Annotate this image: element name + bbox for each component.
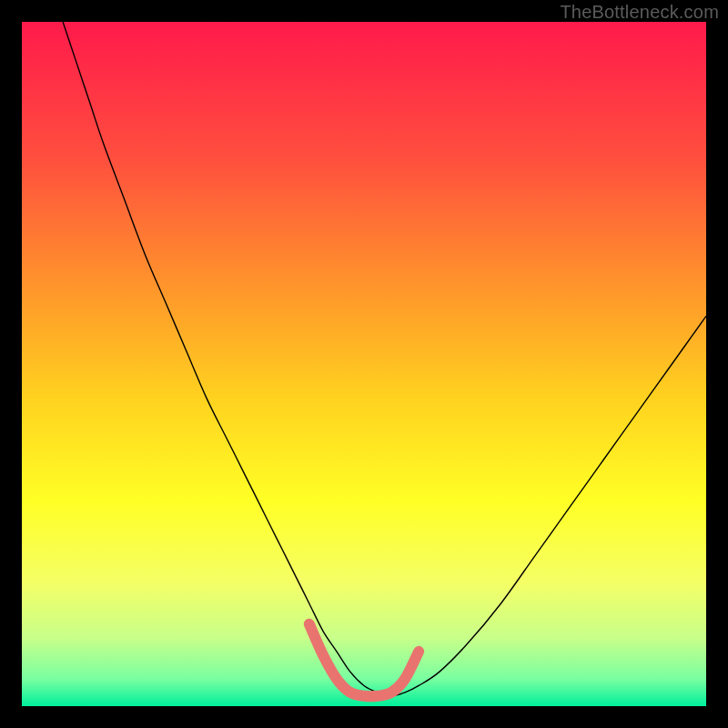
chart-background xyxy=(22,22,706,706)
chart-svg xyxy=(22,22,706,706)
chart-frame: TheBottleneck.com xyxy=(0,0,728,728)
watermark-text: TheBottleneck.com xyxy=(560,2,719,23)
chart-plot-area xyxy=(22,22,706,706)
